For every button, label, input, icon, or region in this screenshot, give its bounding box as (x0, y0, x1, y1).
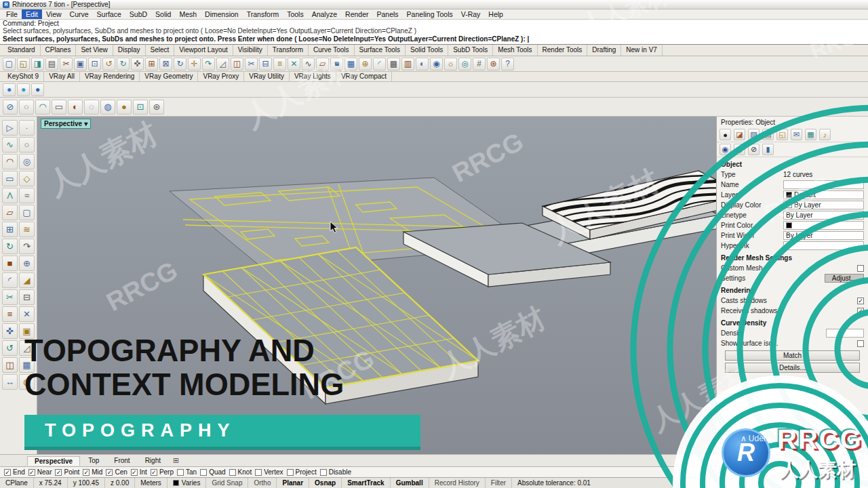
vray-tab-keyshot-9[interactable]: KeyShot 9 (3, 72, 44, 81)
osnap-quad[interactable]: Quad (200, 468, 225, 476)
vray-tab-vray-all[interactable]: VRay All (44, 72, 80, 81)
menu-panels[interactable]: Panels (373, 9, 403, 19)
sweep-icon[interactable]: ↷ (19, 239, 35, 254)
property-control-print-width[interactable]: By Layer (783, 231, 864, 240)
paste-icon[interactable]: ⊡ (88, 58, 101, 70)
nodraw-sub-icon[interactable]: ⊘ (748, 144, 760, 155)
pan-icon[interactable]: ✜ (131, 58, 144, 70)
light-icon[interactable]: ☼ (444, 58, 457, 70)
revolve-icon[interactable]: ↻ (2, 239, 18, 254)
texture-tab-icon[interactable]: ▨ (748, 129, 760, 140)
surface-icon[interactable]: ▱ (2, 205, 18, 220)
menu-edit[interactable]: Edit (22, 9, 42, 19)
osnap-checkbox-tan[interactable] (177, 469, 184, 476)
menu-subd[interactable]: SubD (125, 9, 151, 19)
toggle-grid-snap[interactable]: Grid Snap (206, 478, 248, 488)
grid-tab-icon[interactable]: ▦ (805, 129, 816, 140)
vray-tab-vray-proxy[interactable]: VRay Proxy (198, 72, 244, 81)
toolbar-tab-visibility[interactable]: Visibility (233, 45, 268, 56)
move-icon[interactable]: ✜ (2, 323, 18, 339)
layer-cell[interactable]: Varies (167, 478, 207, 488)
toggle-record-history[interactable]: Record History (429, 478, 486, 488)
freeform-icon[interactable]: ≈ (19, 188, 35, 203)
property-control-layer[interactable]: Default (783, 190, 864, 199)
vray-tab-vray-rendering[interactable]: VRay Rendering (80, 72, 140, 81)
toolbar-tab-surface-tools[interactable]: Surface Tools (355, 45, 406, 56)
folder-tab-icon[interactable]: ◱ (776, 129, 788, 140)
circle-icon[interactable]: ○ (19, 137, 35, 152)
rotate-icon[interactable]: ↷ (202, 58, 215, 70)
help-icon[interactable]: ? (501, 58, 514, 70)
viewport-tab-perspective[interactable]: Perspective (27, 456, 80, 466)
mail-tab-icon[interactable]: ✉ (791, 129, 802, 140)
arc-tool-icon[interactable]: ◠ (35, 100, 50, 115)
undo-icon[interactable]: ↺ (102, 58, 115, 70)
bell-tab-icon[interactable]: ♪ (819, 129, 831, 140)
viewport-tab-right[interactable]: Right (138, 456, 167, 466)
display-options-icon[interactable]: ⊛ (149, 100, 164, 115)
toolbar-tab-transform[interactable]: Transform (268, 45, 309, 56)
toolbar-tab-select[interactable]: Select (146, 45, 175, 56)
display-mode-icon[interactable]: ◐ (416, 58, 429, 70)
save-icon[interactable]: ◨ (31, 58, 44, 70)
toggle-osnap[interactable]: Osnap (309, 478, 342, 488)
viewport-title-tab[interactable]: Perspective ▾ (41, 119, 91, 129)
osnap-checkbox-cen[interactable]: ✓ (106, 469, 113, 476)
toggle-ortho[interactable]: Ortho (248, 478, 277, 488)
menu-render[interactable]: Render (341, 9, 372, 19)
property-control-name[interactable] (783, 180, 864, 189)
osnap-mid[interactable]: ✓Mid (83, 468, 102, 476)
ghosted-mode-icon[interactable]: ◍ (100, 100, 115, 115)
toolbar-tab-display[interactable]: Display (113, 45, 146, 56)
perspective-viewport[interactable]: Perspective ▾ (37, 117, 716, 454)
rectangle-icon[interactable]: ▭ (2, 171, 18, 186)
property-control-print-color[interactable] (783, 221, 864, 230)
title-bar[interactable]: R Rhinoceros 7 tion - [Perspective] (0, 0, 868, 9)
new-file-icon[interactable]: ▢ (3, 58, 16, 70)
status-cell-cplane[interactable]: CPlane (0, 478, 34, 488)
material-icon[interactable]: ◉ (430, 58, 443, 70)
toolbar-tab-cplanes[interactable]: CPlanes (41, 45, 77, 56)
menu-dimension[interactable]: Dimension (201, 9, 243, 19)
shaded-mode-icon[interactable]: ◐ (68, 100, 83, 115)
property-control-display-color[interactable]: By Layer (783, 201, 864, 209)
osnap-checkbox-point[interactable]: ✓ (55, 469, 62, 476)
osnap-near[interactable]: ✓Near (28, 468, 52, 476)
receives-shadows-checkbox[interactable]: ✓ (857, 308, 864, 314)
object-tab-icon[interactable]: ● (719, 129, 731, 140)
menu-v-ray[interactable]: V-Ray (457, 9, 485, 19)
vray-asset-editor-icon[interactable]: ● (3, 83, 16, 96)
osnap-checkbox-project[interactable] (287, 469, 294, 476)
menu-solid[interactable]: Solid (151, 9, 175, 19)
layers-icon[interactable]: ▥ (401, 58, 414, 70)
explode-icon[interactable]: ✕ (19, 306, 35, 322)
adjust-button[interactable]: Adjust... (825, 274, 864, 283)
fillet-icon[interactable]: ◜ (2, 272, 18, 288)
command-area[interactable]: Command: Project Select surfaces, polysu… (0, 20, 868, 45)
toolbar-tab-curve-tools[interactable]: Curve Tools (309, 45, 355, 56)
sphere-sub-icon[interactable]: ◉ (719, 144, 731, 155)
viewport-tab-top[interactable]: Top (81, 456, 106, 466)
explode-icon[interactable]: ✕ (288, 58, 300, 70)
menu-curve[interactable]: Curve (66, 9, 93, 19)
toggle-gumball[interactable]: Gumball (391, 478, 429, 488)
osnap-perp[interactable]: ✓Perp (151, 468, 174, 476)
polyline-icon[interactable]: Λ (2, 188, 18, 203)
menu-tools[interactable]: Tools (283, 9, 308, 19)
osnap-knot[interactable]: Knot (229, 468, 252, 476)
osnap-checkbox-vertex[interactable] (255, 469, 262, 476)
osnap-checkbox-mid[interactable]: ✓ (83, 469, 90, 476)
toolbar-tab-mesh-tools[interactable]: Mesh Tools (493, 45, 537, 56)
osnap-checkbox-disable[interactable] (320, 469, 327, 476)
osnap-tan[interactable]: Tan (177, 468, 197, 476)
cut-icon[interactable]: ✂ (60, 58, 73, 70)
menu-surface[interactable]: Surface (93, 9, 125, 19)
osnap-checkbox-int[interactable]: ✓ (131, 469, 138, 476)
menu-paneling-tools[interactable]: Paneling Tools (403, 9, 457, 19)
toggle-planar[interactable]: Planar (277, 478, 309, 488)
property-control-linetype[interactable]: By Layer (783, 211, 864, 220)
property-control-hyperlink[interactable] (783, 241, 864, 250)
menu-analyze[interactable]: Analyze (308, 9, 341, 19)
print-icon[interactable]: ▤ (45, 58, 58, 70)
extrude-icon[interactable]: ⊞ (2, 222, 18, 237)
